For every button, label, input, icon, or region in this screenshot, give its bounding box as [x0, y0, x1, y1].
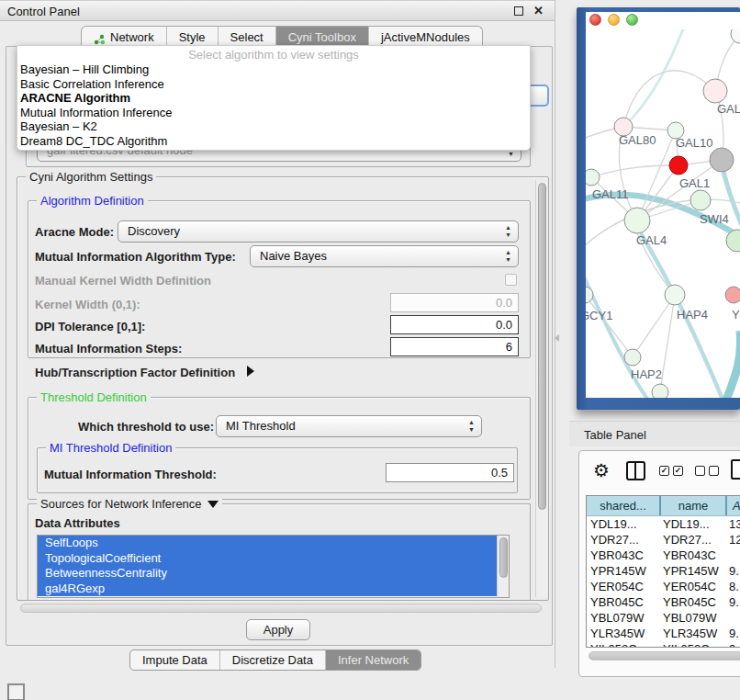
tab-impute-data[interactable]: Impute Data [130, 650, 219, 670]
column-header[interactable]: A [725, 496, 740, 515]
checked-checkbox-icon[interactable]: ✓ [673, 466, 683, 476]
table-row[interactable]: YBR043CYBR043C [587, 548, 740, 563]
dpi-tolerance-input[interactable]: 0.0 [390, 315, 519, 334]
tab-discretize-data[interactable]: Discretize Data [219, 650, 325, 670]
scrollbar-thumb[interactable] [589, 651, 740, 660]
table-cell: YDL19... [587, 516, 659, 532]
table-cell: YLR345W [587, 626, 659, 641]
table-row[interactable]: YPR145WYPR145W9. [587, 563, 740, 579]
algorithm-option-selected[interactable]: ARACNE Algorithm [17, 91, 530, 106]
control-panel-title: Control Panel [7, 5, 80, 18]
table-cell: YBR043C [659, 548, 725, 563]
table-cell: YPR145W [587, 563, 659, 579]
table-panel-titlebar[interactable]: Table Panel [569, 421, 740, 446]
scrollbar-thumb[interactable] [499, 537, 508, 578]
network-node-gal11[interactable] [586, 169, 600, 186]
table-cell: 9. [725, 641, 740, 648]
attribute-item-selected[interactable]: BetweennessCentrality [38, 566, 509, 581]
unchecked-checkbox-icon[interactable] [695, 466, 705, 476]
tab-network[interactable]: Network [82, 27, 166, 47]
network-node-label: GAL11 [592, 187, 629, 201]
table-row[interactable]: YER054CYER054C8. [587, 579, 740, 594]
network-node-y[interactable] [725, 287, 740, 303]
algorithm-option[interactable]: Mutual Information Inference [17, 106, 530, 120]
scrollbar-thumb[interactable] [538, 183, 546, 510]
mi-steps-input[interactable]: 6 [390, 337, 519, 356]
network-node-hap2[interactable] [624, 349, 641, 366]
which-threshold-combo[interactable]: MI Threshold ▲▼ [216, 415, 482, 437]
mi-steps-label: Mutual Information Steps: [35, 342, 182, 356]
manual-kernel-checkbox[interactable] [505, 274, 517, 286]
algorithm-option[interactable]: Bayesian – K2 [17, 119, 530, 134]
table-row[interactable]: YDR27...YDR27...12 [587, 532, 740, 548]
tab-select[interactable]: Select [218, 27, 275, 47]
splitter-collapse-arrow[interactable] [555, 334, 559, 342]
network-node-swi4[interactable] [690, 190, 711, 210]
algorithm-dropdown-prompt: Select algorithm to view settings [17, 48, 530, 62]
minimized-panel-icon[interactable] [7, 683, 25, 700]
network-node-gcy1[interactable] [586, 287, 593, 303]
network-node-hap4[interactable] [665, 285, 685, 305]
tab-label: Impute Data [142, 650, 207, 670]
table-cell: YBR043C [587, 548, 659, 563]
table-cell: YBR045C [587, 594, 659, 610]
network-node-label: HAP2 [631, 367, 662, 381]
network-view-window[interactable]: GALGAL80GAL10GAL1GAL11SWI4GAL4GCY1HAP4YH… [577, 7, 740, 410]
column-header[interactable]: name [659, 496, 725, 515]
table-row[interactable]: YLR345WYLR345W9. [587, 626, 740, 641]
table-row[interactable]: YBL079WYBL079W [587, 610, 740, 626]
mi-type-combo[interactable]: Naive Bayes ▲▼ [250, 245, 519, 267]
list-vertical-scrollbar[interactable] [497, 536, 509, 598]
gear-icon[interactable]: ⚙ [593, 459, 610, 481]
close-traffic-light-icon[interactable] [589, 14, 601, 26]
settings-horizontal-scrollbar[interactable] [20, 604, 542, 613]
table-cell: YBL079W [587, 610, 659, 626]
aracne-mode-combo[interactable]: Discovery ▲▼ [118, 220, 519, 243]
minimize-traffic-light-icon[interactable] [608, 14, 620, 26]
tab-label: Network [110, 28, 154, 47]
attribute-item-selected[interactable]: TopologicalCoefficient [38, 551, 509, 567]
network-node[interactable] [652, 384, 668, 398]
settings-vertical-scrollbar[interactable] [535, 180, 548, 597]
network-nodes[interactable]: GALGAL80GAL10GAL1GAL11SWI4GAL4GCY1HAP4YH… [586, 29, 740, 398]
tab-style[interactable]: Style [166, 27, 218, 47]
unchecked-checkbox-icon[interactable] [709, 466, 719, 476]
threshold-definition-title: Threshold Definition [37, 390, 151, 404]
network-node[interactable] [710, 148, 734, 172]
columns-icon[interactable] [626, 461, 645, 480]
table-cell: YPR145W [659, 563, 725, 579]
tab-cyni-toolbox[interactable]: Cyni Toolbox [275, 27, 368, 47]
algorithm-dropdown: Select algorithm to view settings Bayesi… [17, 45, 531, 151]
table-row[interactable]: YBR045CYBR045C9. [587, 594, 740, 610]
table-horizontal-scrollbar[interactable] [587, 651, 740, 661]
table-row[interactable]: YDL19...YDL19...13 [587, 516, 740, 532]
tab-infer-network[interactable]: Infer Network [325, 650, 420, 670]
mi-threshold-input[interactable]: 0.5 [386, 463, 514, 482]
network-node-gal1[interactable] [669, 156, 688, 175]
zoom-traffic-light-icon[interactable] [626, 14, 638, 26]
table-header-row: shared... name A [587, 496, 740, 516]
tab-jactivemnodules[interactable]: jActiveMNodules [368, 27, 482, 47]
apply-button[interactable]: Apply [246, 619, 310, 640]
sources-group-title-row[interactable]: Sources for Network Inference [37, 497, 222, 511]
network-node[interactable] [731, 29, 740, 43]
network-node-gal[interactable] [703, 79, 727, 103]
close-icon[interactable]: ✕ [533, 4, 544, 17]
control-panel-titlebar[interactable]: Control Panel ✕ [0, 0, 555, 21]
table-row[interactable]: YIL052CYIL052C9. [587, 641, 740, 648]
algorithm-option[interactable]: Dream8 DC_TDC Algorithm [17, 134, 530, 149]
checked-checkbox-icon[interactable]: ✓ [659, 466, 669, 476]
network-canvas[interactable]: GALGAL80GAL10GAL1GAL11SWI4GAL4GCY1HAP4YH… [586, 29, 740, 398]
algorithm-option[interactable]: Basic Correlation Inference [17, 77, 530, 92]
attribute-item-selected[interactable]: SelfLoops [38, 536, 509, 551]
float-window-icon[interactable] [514, 6, 523, 16]
hub-definition-toggle[interactable]: Hub/Transcription Factor Definition [35, 366, 254, 379]
network-node-gal4[interactable] [624, 208, 650, 233]
data-attributes-list[interactable]: SelfLoops TopologicalCoefficient Between… [37, 535, 510, 598]
combo-spinner-icon: ▲▼ [505, 224, 511, 239]
algorithm-option[interactable]: Bayesian – Hill Climbing [17, 62, 530, 77]
column-header[interactable]: shared... [587, 496, 659, 515]
kernel-width-input[interactable]: 0.0 [390, 293, 519, 312]
attribute-item-selected[interactable]: gal4RGexp [38, 581, 509, 597]
function-builder-icon[interactable] [731, 459, 740, 480]
